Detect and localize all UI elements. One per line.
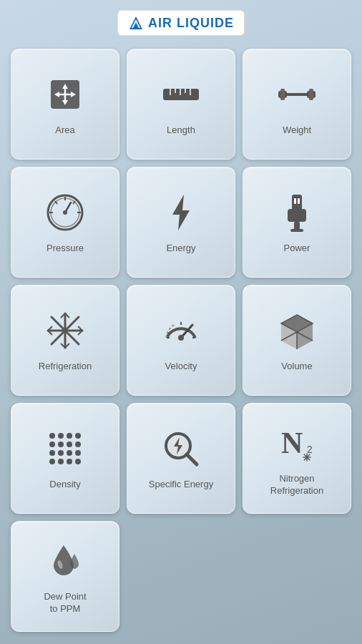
svg-point-75 bbox=[58, 459, 64, 464]
svg-point-77 bbox=[75, 459, 81, 464]
svg-rect-19 bbox=[280, 89, 285, 100]
cards-grid: Area Length bbox=[4, 43, 358, 638]
card-pressure[interactable]: Pressure bbox=[11, 167, 119, 278]
card-nitrogen-refrigeration[interactable]: N 2 Nitrogen Refrigeration bbox=[243, 403, 351, 514]
refrigeration-icon bbox=[42, 308, 88, 353]
svg-rect-20 bbox=[309, 89, 313, 100]
card-weight[interactable]: Weight bbox=[243, 49, 351, 160]
power-label: Power bbox=[284, 243, 310, 255]
velocity-label: Velocity bbox=[165, 361, 197, 373]
logo: AIR LIQUIDE bbox=[117, 10, 245, 36]
svg-rect-10 bbox=[163, 89, 199, 100]
logo-text: AIR LIQUIDE bbox=[148, 16, 234, 31]
svg-point-70 bbox=[49, 450, 55, 456]
length-svg bbox=[160, 73, 202, 116]
specific-energy-icon bbox=[158, 426, 204, 472]
velocity-icon bbox=[158, 308, 204, 353]
svg-marker-30 bbox=[172, 195, 190, 230]
svg-point-63 bbox=[58, 433, 64, 439]
svg-rect-36 bbox=[298, 198, 300, 204]
svg-point-64 bbox=[67, 433, 72, 439]
svg-point-65 bbox=[75, 433, 81, 439]
svg-point-76 bbox=[67, 459, 72, 464]
specific-energy-svg bbox=[160, 427, 202, 470]
energy-label: Energy bbox=[166, 243, 195, 255]
energy-svg bbox=[160, 191, 202, 234]
weight-label: Weight bbox=[283, 125, 311, 137]
area-icon bbox=[42, 72, 88, 117]
svg-point-69 bbox=[75, 441, 81, 447]
svg-rect-35 bbox=[294, 198, 296, 204]
card-velocity[interactable]: Velocity bbox=[127, 285, 235, 396]
area-label: Area bbox=[55, 125, 74, 137]
dew-point-label: Dew Point to PPM bbox=[44, 591, 86, 615]
header: AIR LIQUIDE bbox=[0, 0, 362, 43]
svg-point-73 bbox=[75, 450, 81, 456]
refrigeration-svg bbox=[44, 309, 87, 352]
power-svg bbox=[275, 191, 318, 234]
length-label: Length bbox=[167, 125, 195, 137]
card-density[interactable]: Density bbox=[11, 403, 119, 514]
svg-point-74 bbox=[49, 459, 55, 464]
volume-icon bbox=[274, 308, 320, 353]
svg-point-62 bbox=[49, 433, 55, 439]
density-icon bbox=[42, 426, 88, 472]
power-icon bbox=[274, 190, 320, 235]
svg-rect-34 bbox=[290, 229, 303, 232]
density-label: Density bbox=[49, 479, 80, 491]
energy-icon bbox=[158, 190, 204, 235]
area-svg bbox=[44, 73, 87, 116]
pressure-label: Pressure bbox=[47, 243, 84, 255]
volume-svg bbox=[275, 309, 318, 352]
svg-rect-18 bbox=[285, 93, 309, 96]
card-specific-energy[interactable]: Specific Energy bbox=[127, 403, 235, 514]
nitrogen-svg: N 2 bbox=[275, 421, 318, 464]
card-volume[interactable]: Volume bbox=[243, 285, 351, 396]
card-power[interactable]: Power bbox=[243, 167, 351, 278]
volume-label: Volume bbox=[281, 361, 312, 373]
svg-point-50 bbox=[178, 335, 184, 341]
velocity-svg bbox=[160, 309, 202, 352]
refrigeration-label: Refrigeration bbox=[39, 361, 92, 373]
logo-icon bbox=[128, 15, 144, 31]
card-dew-point[interactable]: Dew Point to PPM bbox=[11, 521, 119, 632]
dew-point-icon bbox=[42, 538, 88, 584]
card-refrigeration[interactable]: Refrigeration bbox=[11, 285, 119, 396]
length-icon bbox=[158, 72, 204, 117]
card-area[interactable]: Area bbox=[11, 49, 119, 160]
svg-line-80 bbox=[187, 454, 197, 464]
svg-point-71 bbox=[58, 450, 64, 456]
svg-point-68 bbox=[67, 441, 72, 447]
dew-point-svg bbox=[44, 540, 87, 582]
nitrogen-refrigeration-icon: N 2 bbox=[274, 420, 320, 466]
svg-point-72 bbox=[67, 450, 72, 456]
svg-rect-32 bbox=[288, 209, 306, 222]
svg-point-66 bbox=[49, 441, 55, 447]
nitrogen-refrigeration-label: Nitrogen Refrigeration bbox=[270, 473, 323, 497]
card-length[interactable]: Length bbox=[127, 49, 235, 160]
svg-point-29 bbox=[63, 210, 67, 215]
density-svg bbox=[44, 427, 87, 470]
svg-point-67 bbox=[58, 441, 64, 447]
svg-text:N: N bbox=[281, 426, 303, 459]
weight-icon bbox=[274, 72, 320, 117]
card-energy[interactable]: Energy bbox=[127, 167, 235, 278]
svg-text:2: 2 bbox=[307, 444, 313, 455]
specific-energy-label: Specific Energy bbox=[149, 479, 213, 491]
svg-line-27 bbox=[55, 201, 57, 204]
pressure-icon bbox=[42, 190, 88, 235]
svg-line-26 bbox=[73, 201, 75, 204]
weight-svg bbox=[275, 73, 318, 116]
pressure-svg bbox=[44, 191, 87, 234]
